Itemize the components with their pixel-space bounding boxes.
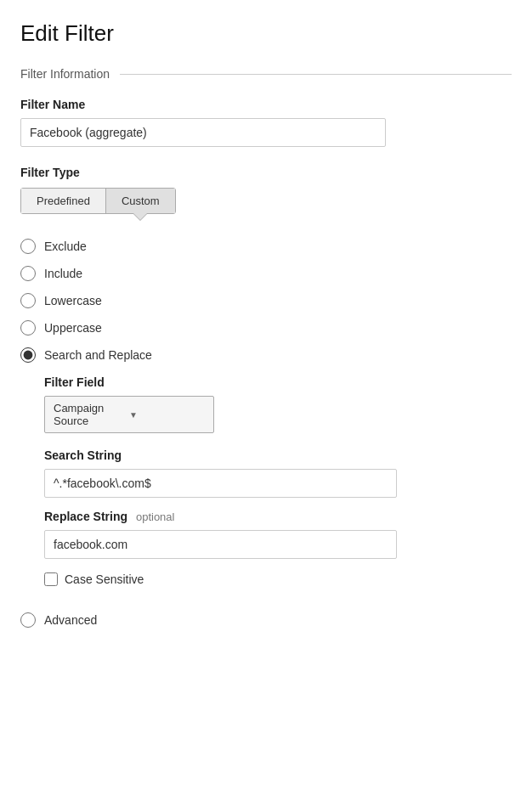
filter-type-label: Filter Type bbox=[20, 166, 512, 179]
custom-button[interactable]: Custom bbox=[106, 189, 175, 213]
radio-include-input[interactable] bbox=[20, 266, 36, 281]
radio-exclude-input[interactable] bbox=[20, 239, 36, 254]
radio-search-replace[interactable]: Search and Replace bbox=[20, 341, 512, 369]
section-divider bbox=[120, 74, 512, 75]
radio-advanced[interactable]: Advanced bbox=[20, 606, 512, 634]
optional-label: optional bbox=[136, 510, 175, 523]
radio-exclude[interactable]: Exclude bbox=[20, 233, 512, 260]
search-string-section: Search String bbox=[44, 448, 512, 498]
filter-type-section: Filter Type Predefined Custom bbox=[20, 166, 512, 214]
case-sensitive-row[interactable]: Case Sensitive bbox=[44, 572, 512, 586]
radio-advanced-input[interactable] bbox=[20, 612, 36, 628]
search-string-input[interactable] bbox=[44, 469, 397, 498]
replace-string-label: Replace String optional bbox=[44, 510, 512, 523]
predefined-button[interactable]: Predefined bbox=[21, 189, 106, 213]
radio-lowercase-label: Lowercase bbox=[44, 294, 102, 307]
section-label: Filter Information bbox=[20, 67, 110, 81]
radio-search-replace-input[interactable] bbox=[20, 347, 36, 363]
page-title: Edit Filter bbox=[20, 20, 512, 47]
radio-include[interactable]: Include bbox=[20, 260, 512, 287]
radio-uppercase[interactable]: Uppercase bbox=[20, 314, 512, 341]
case-sensitive-checkbox[interactable] bbox=[44, 572, 58, 586]
radio-search-replace-label: Search and Replace bbox=[44, 348, 152, 362]
replace-string-section: Replace String optional bbox=[44, 510, 512, 559]
radio-include-label: Include bbox=[44, 267, 82, 280]
filter-name-group: Filter Name bbox=[20, 98, 512, 147]
radio-uppercase-label: Uppercase bbox=[44, 321, 102, 335]
section-header: Filter Information bbox=[20, 67, 512, 81]
radio-advanced-label: Advanced bbox=[44, 613, 97, 627]
radio-lowercase[interactable]: Lowercase bbox=[20, 287, 512, 314]
advanced-radio-group: Advanced bbox=[20, 606, 512, 634]
filter-field-dropdown[interactable]: Campaign Source ▼ bbox=[44, 396, 214, 433]
case-sensitive-label: Case Sensitive bbox=[65, 572, 144, 586]
search-string-label: Search String bbox=[44, 448, 512, 462]
filter-field-label: Filter Field bbox=[44, 375, 512, 389]
dropdown-arrow-icon: ▼ bbox=[129, 410, 205, 420]
filter-type-toggle-group: Predefined Custom bbox=[20, 188, 176, 214]
radio-uppercase-input[interactable] bbox=[20, 320, 36, 336]
replace-string-input[interactable] bbox=[44, 530, 397, 559]
filter-field-value: Campaign Source bbox=[54, 402, 129, 427]
search-replace-section: Filter Field Campaign Source ▼ Search St… bbox=[44, 375, 512, 586]
radio-lowercase-input[interactable] bbox=[20, 293, 36, 308]
filter-name-input[interactable] bbox=[20, 118, 386, 147]
filter-type-radio-group: Exclude Include Lowercase Uppercase Sear… bbox=[20, 233, 512, 369]
radio-exclude-label: Exclude bbox=[44, 240, 87, 253]
filter-name-label: Filter Name bbox=[20, 98, 512, 111]
